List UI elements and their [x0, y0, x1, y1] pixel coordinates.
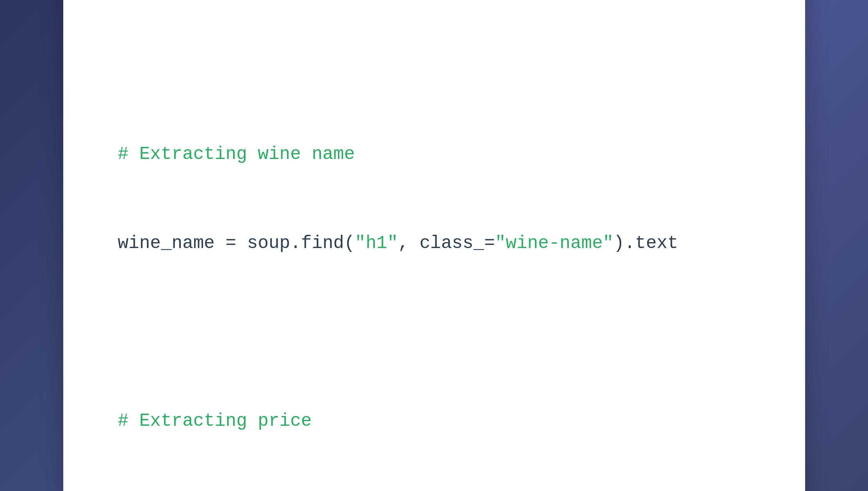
code-text: ).text: [613, 233, 678, 254]
code-line-blank4: [118, 318, 766, 347]
comment-price: # Extracting price: [118, 411, 312, 431]
code-line-7: # Extracting wine name: [118, 140, 766, 170]
code-card: import requests from bs4 import Beautifu…: [63, 0, 805, 491]
string-wine-name: "wine-name": [495, 233, 614, 254]
comment-wine-name: # Extracting wine name: [118, 144, 355, 164]
code-text: wine_name = soup.find(: [118, 233, 355, 254]
code-text: , class_=: [398, 233, 495, 254]
code-line-9: # Extracting price: [118, 407, 766, 436]
code-line-blank3: [118, 51, 766, 80]
string-h1: "h1": [355, 233, 398, 254]
code-block: import requests from bs4 import Beautifu…: [118, 0, 766, 491]
code-line-8: wine_name = soup.find("h1", class_="wine…: [118, 229, 766, 259]
